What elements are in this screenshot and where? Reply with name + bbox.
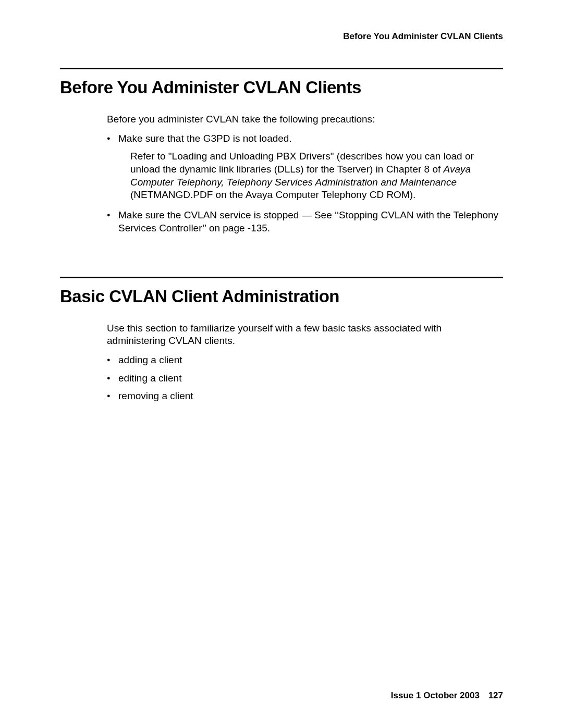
intro-paragraph-2: Use this section to familiarize yourself… [107, 322, 503, 348]
list-item: Make sure the CVLAN service is stopped —… [107, 209, 503, 235]
section-heading-2: Basic CVLAN Client Administration [60, 287, 503, 306]
section-divider [60, 68, 503, 69]
document-page: Before You Administer CVLAN Clients Befo… [0, 0, 563, 728]
section-divider [60, 277, 503, 278]
list-item: removing a client [107, 390, 503, 403]
sub-text-before: Refer to "Loading and Unloading PBX Driv… [130, 151, 474, 175]
tasks-list: adding a client editing a client removin… [107, 354, 503, 403]
list-item: editing a client [107, 372, 503, 385]
intro-paragraph-1: Before you administer CVLAN take the fol… [107, 113, 503, 126]
precautions-list-cont: Make sure the CVLAN service is stopped —… [107, 209, 503, 235]
running-header: Before You Administer CVLAN Clients [60, 31, 503, 42]
section-spacer [60, 240, 503, 277]
sub-text-after: (NETMANGD.PDF on the Avaya Computer Tele… [130, 189, 415, 200]
list-item: Make sure that the G3PD is not loaded. [107, 132, 503, 145]
footer-page-number: 127 [488, 690, 503, 700]
page-footer: Issue 1 October 2003 127 [391, 690, 503, 701]
section-heading-1: Before You Administer CVLAN Clients [60, 78, 503, 97]
list-item: adding a client [107, 354, 503, 367]
precautions-list: Make sure that the G3PD is not loaded. [107, 132, 503, 145]
sub-paragraph: Refer to "Loading and Unloading PBX Driv… [130, 150, 503, 202]
footer-issue: Issue 1 October 2003 [391, 690, 480, 700]
